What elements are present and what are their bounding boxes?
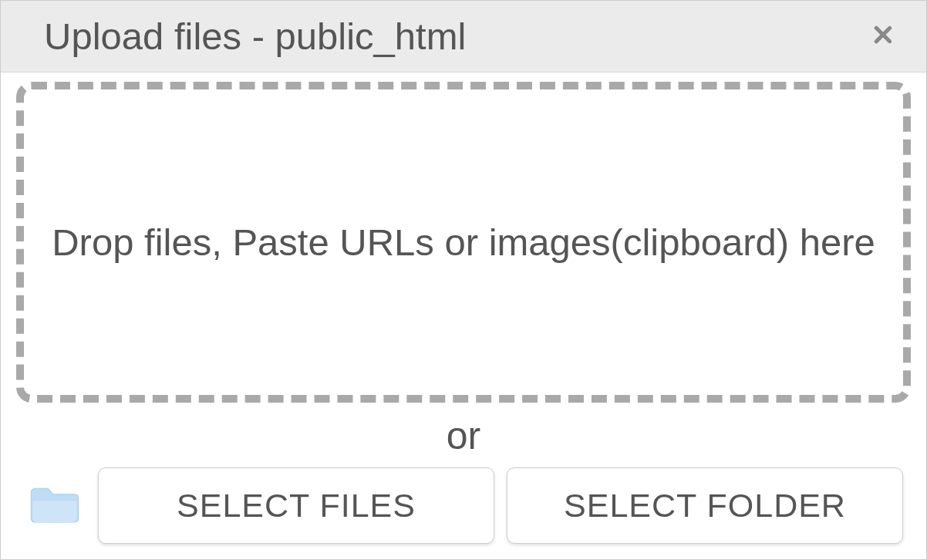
- upload-dialog: Upload files - public_html Drop files, P…: [0, 0, 927, 560]
- button-row: SELECT FILES SELECT FOLDER: [16, 467, 911, 544]
- folder-icon-wrap: [24, 467, 86, 544]
- dropzone-text: Drop files, Paste URLs or images(clipboa…: [52, 217, 875, 268]
- dialog-header: Upload files - public_html: [1, 1, 926, 73]
- close-button[interactable]: [863, 19, 903, 53]
- dropzone[interactable]: Drop files, Paste URLs or images(clipboa…: [16, 82, 911, 403]
- select-folder-button[interactable]: SELECT FOLDER: [507, 467, 903, 544]
- select-files-button[interactable]: SELECT FILES: [98, 467, 494, 544]
- dialog-body: Drop files, Paste URLs or images(clipboa…: [1, 73, 926, 559]
- separator-label: or: [16, 413, 911, 458]
- close-icon: [868, 19, 898, 53]
- folder-icon: [28, 483, 82, 529]
- dialog-title: Upload files - public_html: [44, 15, 466, 58]
